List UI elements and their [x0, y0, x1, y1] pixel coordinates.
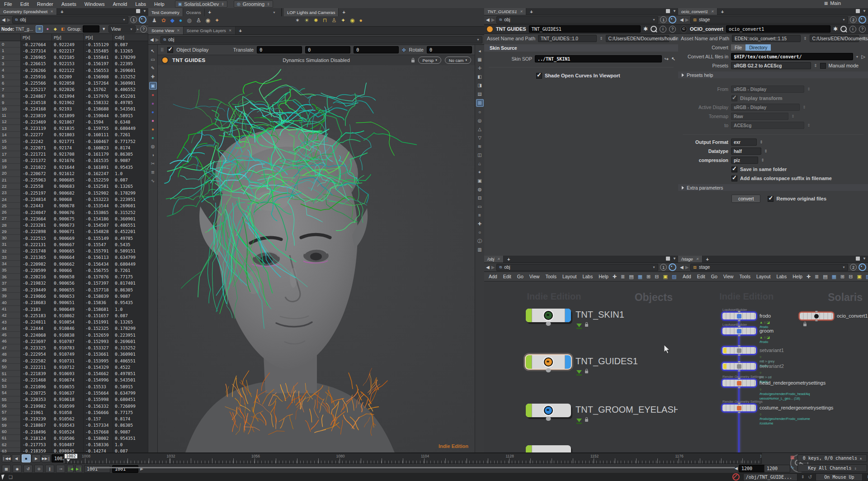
- table-row[interactable]: 48-0.2229540.910749-0.1536610.360901: [0, 351, 148, 357]
- detail-mode-icon[interactable]: ◧: [60, 26, 66, 32]
- net-toolbar-icon[interactable]: ⊟: [655, 274, 659, 280]
- new-tab-button[interactable]: +: [57, 8, 67, 15]
- net-toolbar-icon[interactable]: ⊞: [840, 274, 844, 280]
- close-icon[interactable]: ✕: [229, 29, 232, 33]
- back-button[interactable]: ◀: [2, 17, 5, 22]
- refresh-icon[interactable]: ↺: [808, 474, 812, 480]
- ocio-node-icon[interactable]: C: [680, 26, 687, 33]
- table-row[interactable]: 16-0.2220710.92174-0.1608230.8174: [0, 144, 148, 151]
- range-end-field[interactable]: 1200: [739, 465, 765, 472]
- points-mode-icon[interactable]: ✳: [36, 25, 43, 33]
- output-connector[interactable]: [738, 370, 741, 371]
- netmenu-labs[interactable]: Labs: [582, 274, 593, 279]
- tool-icon[interactable]: ●: [150, 100, 156, 107]
- new-tab-button[interactable]: +: [703, 256, 712, 262]
- spinner-icon[interactable]: ⇕: [599, 36, 603, 41]
- gear-icon[interactable]: ✱: [833, 26, 838, 32]
- info-icon[interactable]: i: [849, 26, 856, 33]
- table-row[interactable]: 34-0.2209820.900662-0.1564340.680449: [0, 261, 148, 267]
- display-flag[interactable]: [526, 404, 532, 417]
- table-row[interactable]: 6-0.2255660.922058-0.1572640.360901: [0, 80, 148, 86]
- network-canvas[interactable]: Indie EditionSolarisLopAssetBuilderfrodo…: [678, 281, 868, 452]
- close-icon[interactable]: ✕: [50, 10, 53, 14]
- tool-icon[interactable]: ✎: [150, 65, 156, 71]
- display-option-icon[interactable]: ○: [476, 109, 483, 115]
- expand-icon[interactable]: ▸: [137, 27, 139, 31]
- display-flag[interactable]: [526, 355, 532, 369]
- display-option-icon[interactable]: ◧: [476, 73, 483, 80]
- global-range-start-field[interactable]: 1001: [84, 465, 110, 473]
- table-row[interactable]: 44-0.224440.910846-0.1523250.178299: [0, 325, 148, 332]
- close-icon[interactable]: ✕: [497, 257, 500, 261]
- help-icon[interactable]: ?: [140, 26, 147, 33]
- shelf-tool-icon[interactable]: ♟: [152, 17, 157, 24]
- display-option-icon[interactable]: ≋: [476, 143, 483, 150]
- shelf-tool-icon[interactable]: ✸: [314, 17, 318, 24]
- playbar-option-icon[interactable]: ⊸: [56, 465, 65, 473]
- table-row[interactable]: 54-0.2207250.910637-0.1556640.634799: [0, 390, 148, 396]
- display-option-icon[interactable]: ◍: [476, 186, 483, 193]
- tab-obj[interactable]: /obj✕: [484, 256, 504, 262]
- path-combo[interactable]: ▨stage▼: [690, 264, 848, 271]
- table-row[interactable]: 62-0.2177530.910487-0.1583361.0: [0, 441, 148, 448]
- timeline-ruler[interactable]: 100810321056108011041128115211761200 100…: [63, 453, 762, 464]
- net-toolbar-icon[interactable]: ▤: [823, 274, 827, 280]
- table-row[interactable]: 57-0.219610.91058-0.1566660.77175: [0, 409, 148, 415]
- table-row[interactable]: 33-0.2213650.900664-0.1561130.634799: [0, 254, 148, 261]
- table-row[interactable]: 51-0.2218390.910693-0.1546620.497851: [0, 371, 148, 377]
- guides-node-icon[interactable]: [486, 26, 493, 33]
- net-toolbar-icon[interactable]: ≣: [815, 274, 819, 280]
- shelf-tool-icon[interactable]: ✿: [161, 17, 166, 24]
- pane-controls[interactable]: ▼: [856, 257, 866, 261]
- pick-node-icon[interactable]: ↖: [671, 56, 675, 62]
- rotate-x-field[interactable]: 0: [427, 46, 472, 53]
- net-toolbar-icon[interactable]: ⊟: [849, 274, 853, 280]
- back-button[interactable]: ◀: [680, 265, 684, 270]
- extra-parameters-fold[interactable]: Extra parameters: [678, 184, 868, 191]
- node-name-field[interactable]: TNT_GUIDES1: [529, 25, 641, 33]
- spinner-icon[interactable]: ⇕: [803, 36, 807, 41]
- back-button[interactable]: ◀: [150, 37, 154, 42]
- display-option-icon[interactable]: ◫: [476, 152, 483, 158]
- table-row[interactable]: 43-0.2248110.910854-0.1519910.13265: [0, 319, 148, 325]
- asset-path-combo[interactable]: C:/Users/EDEN/Documents/houdini20.0/otl.…: [810, 35, 859, 42]
- vertices-mode-icon[interactable]: ●: [44, 26, 51, 32]
- close-icon[interactable]: ✕: [696, 257, 699, 261]
- table-row[interactable]: 17-0.2217210.921708-0.1611790.86305: [0, 151, 148, 157]
- table-row[interactable]: 10-0.2241680.92193-0.1586880.543501: [0, 106, 148, 112]
- asset-name-combo[interactable]: TNT_GUIDES::1.0: [538, 35, 597, 42]
- table-row[interactable]: 28-0.2232810.900673-0.1545070.406551: [0, 222, 148, 228]
- close-icon[interactable]: ✕: [519, 10, 523, 14]
- tab-ocio-convert1[interactable]: ocio_convert1✕: [678, 8, 717, 15]
- spreadsheet-table[interactable]: P[x]P[y]P[z]Cd[r]0-0.2276640.922249-0.15…: [0, 34, 148, 452]
- desktop-main-selector[interactable]: ▦ Main: [824, 0, 841, 6]
- table-row[interactable]: 63-0.2183590.898045-0.142740.087: [0, 448, 148, 452]
- output-connector[interactable]: [738, 412, 741, 413]
- new-tab-button[interactable]: +: [526, 8, 536, 15]
- display-option-icon[interactable]: ≡: [476, 212, 483, 219]
- display-option-icon[interactable]: ◂: [476, 48, 483, 54]
- netmenu-go[interactable]: Go: [517, 274, 524, 279]
- shelf-tool-icon[interactable]: ⊓: [323, 17, 327, 24]
- info-icon[interactable]: i: [660, 26, 666, 33]
- help-icon[interactable]: ?: [859, 26, 866, 33]
- remove-original-checkbox[interactable]: [768, 196, 774, 202]
- shelf-tool-icon[interactable]: ☀: [304, 17, 309, 24]
- pane-controls[interactable]: ▼: [666, 9, 676, 13]
- spinner-icon[interactable]: ⇕: [801, 475, 805, 479]
- net-toolbar-icon[interactable]: ⊞: [646, 274, 651, 280]
- shelf-tool-icon[interactable]: ♙: [196, 17, 201, 24]
- menu-assets[interactable]: Assets: [57, 1, 80, 7]
- play-button[interactable]: ▶: [32, 454, 41, 462]
- playbar-option-icon[interactable]: ∥: [45, 465, 54, 473]
- menu-help[interactable]: Help: [150, 1, 169, 7]
- shelf-tool-icon[interactable]: ◍: [187, 17, 191, 24]
- shelf-tool-icon[interactable]: ◆: [170, 17, 175, 24]
- tool-icon[interactable]: ▭: [150, 56, 156, 63]
- display-option-icon[interactable]: ⊟: [476, 195, 483, 201]
- node-head_rendergeometrysettings[interactable]: [722, 380, 756, 386]
- table-row[interactable]: 27-0.2236640.900675-0.1541860.360901: [0, 215, 148, 222]
- path-combo[interactable]: ⧉obj▼: [496, 264, 658, 271]
- table-row[interactable]: 61-0.2181240.910506-0.1580020.954351: [0, 435, 148, 441]
- output-connector[interactable]: [738, 320, 741, 321]
